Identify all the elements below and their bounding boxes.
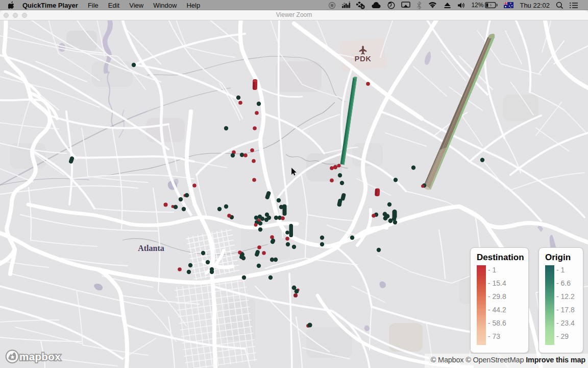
svg-text:Atlanta: Atlanta	[138, 244, 164, 252]
svg-text:mapbox: mapbox	[19, 351, 61, 362]
svg-text:PDK: PDK	[355, 54, 372, 63]
